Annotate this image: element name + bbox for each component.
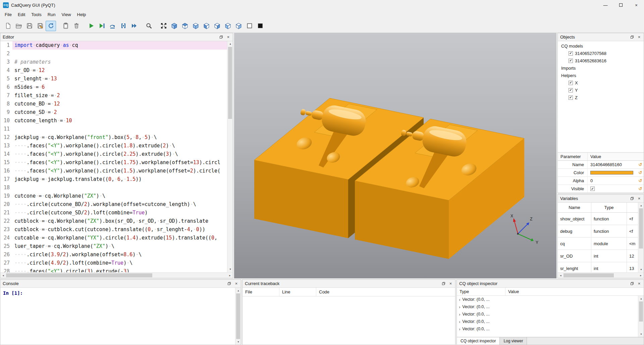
wireframe-button[interactable]	[244, 21, 255, 31]
render-button[interactable]	[86, 21, 96, 31]
code-line-15[interactable]: ····.faces("<Y").workplane().circle(1.75…	[12, 158, 227, 167]
close-panel-button[interactable]: ×	[636, 196, 642, 201]
menu-view[interactable]: View	[59, 10, 74, 19]
reset-icon[interactable]: ↺	[637, 162, 644, 167]
maximize-button[interactable]	[613, 0, 629, 10]
view-top-button[interactable]	[180, 21, 190, 31]
tree-item-imports[interactable]: Imports	[558, 64, 644, 72]
scroll-up-arrow[interactable]: ▲	[638, 296, 644, 301]
code-line-18[interactable]	[12, 184, 227, 192]
tree-item-3140652707568[interactable]: ✓3140652707568	[558, 50, 644, 57]
scroll-down-arrow[interactable]: ▼	[227, 267, 233, 272]
checkbox[interactable]: ✓	[569, 81, 573, 85]
scrollbar-thumb[interactable]	[228, 47, 232, 119]
code-line-7[interactable]: fillet_size·=·2	[12, 91, 227, 100]
float-panel-button[interactable]	[629, 196, 635, 201]
expand-chevron-icon[interactable]: ›	[459, 327, 460, 332]
tree-item-helpers[interactable]: Helpers	[558, 72, 644, 79]
scroll-right-arrow[interactable]: ►	[638, 273, 644, 278]
menu-run[interactable]: Run	[45, 10, 59, 19]
code-line-14[interactable]: ····.faces("<Y").workplane().circle(2.25…	[12, 150, 227, 158]
checkbox[interactable]: ✓	[569, 51, 573, 56]
checkbox[interactable]: ✓	[569, 95, 573, 100]
delete-button[interactable]	[71, 21, 82, 31]
step-button[interactable]	[107, 21, 118, 31]
scrollbar-thumb[interactable]	[639, 301, 643, 322]
inspector-row[interactable]: ›Vector: (0.0, ...	[457, 310, 638, 318]
code-line-6[interactable]: nSides·=·6	[12, 83, 227, 91]
scrollbar-track[interactable]	[638, 208, 644, 267]
code-line-26[interactable]: ····.circle(3.9/2).workplane(offset=8.6)…	[12, 251, 227, 259]
float-panel-button[interactable]	[441, 281, 446, 286]
checkbox[interactable]: ✓	[590, 187, 595, 191]
checkbox[interactable]: ✓	[569, 59, 573, 63]
variable-row-sr_lenght[interactable]: sr_lenghtint13	[558, 262, 638, 272]
view-right-button[interactable]	[233, 21, 244, 31]
scroll-right-arrow[interactable]: ►	[227, 273, 233, 278]
tree-item-y[interactable]: ✓Y	[558, 86, 644, 94]
code-line-16[interactable]: ····.faces("<Y").workplane().circle(1.5)…	[12, 167, 227, 175]
editor-horizontal-scrollbar[interactable]: ◄ ►	[0, 272, 233, 278]
open-file-button[interactable]	[13, 21, 24, 31]
code-line-1[interactable]: import·cadquery·as·cq	[12, 41, 227, 50]
scrollbar-track[interactable]	[235, 293, 241, 339]
tree-item-cq-models[interactable]: CQ models	[558, 42, 644, 50]
code-line-4[interactable]: sr_OD·=·12	[12, 66, 227, 75]
code-line-20[interactable]: ····.circle(cutcone_BD/2).workplane(offs…	[12, 200, 227, 209]
shaded-button[interactable]	[255, 21, 265, 31]
tree-item-3140652683616[interactable]: ✓3140652683616	[558, 57, 644, 64]
code-line-28[interactable]: ····.faces("<Y").circle(3).extrude(-3)	[12, 267, 227, 272]
code-line-23[interactable]: cutblock·=·cutblock.cut(cutcone).transla…	[12, 225, 227, 234]
minimize-button[interactable]: —	[598, 0, 613, 10]
fit-all-button[interactable]	[158, 21, 169, 31]
menu-tools[interactable]: Tools	[28, 10, 44, 19]
paste-button[interactable]	[60, 21, 71, 31]
console-vertical-scrollbar[interactable]: ▲ ▼	[235, 288, 241, 345]
scroll-up-arrow[interactable]: ▲	[227, 41, 233, 47]
scrollbar-thumb[interactable]	[639, 208, 643, 249]
code-line-17[interactable]: jackplug·=·jackplug.translate((0,·6,·1.5…	[12, 175, 227, 184]
view-iso-button[interactable]	[169, 21, 179, 31]
code-line-8[interactable]: cutcone_BD·=·12	[12, 100, 227, 108]
scrollbar-track[interactable]	[227, 47, 233, 267]
scroll-left-arrow[interactable]: ◄	[558, 273, 564, 278]
tab-log-viewer[interactable]: Log viewer	[500, 337, 527, 345]
scrollbar-thumb[interactable]	[236, 293, 240, 339]
code-line-12[interactable]: jackplug·=·cq.Workplane("front").box(5,·…	[12, 133, 227, 142]
color-swatch[interactable]	[590, 171, 633, 175]
float-panel-button[interactable]	[218, 34, 224, 40]
code-line-25[interactable]: luer_taper·=·cq.Workplane("ZX")·\	[12, 242, 227, 251]
inspector-row[interactable]: ›Vector: (0.0, ...	[457, 318, 638, 325]
save-as-button[interactable]	[35, 21, 45, 31]
scrollbar-track[interactable]	[564, 273, 638, 278]
step-in-button[interactable]	[118, 21, 128, 31]
variables-horizontal-scrollbar[interactable]: ◄ ►	[558, 272, 644, 278]
inspector-row[interactable]: ›Vector: (0.0, ...	[457, 303, 638, 310]
scroll-up-arrow[interactable]: ▲	[235, 288, 241, 293]
close-panel-button[interactable]: ×	[225, 34, 231, 40]
expand-chevron-icon[interactable]: ›	[459, 304, 460, 309]
close-panel-button[interactable]: ×	[636, 281, 642, 286]
view-left-button[interactable]	[223, 21, 233, 31]
tab-cq-object-inspector[interactable]: CQ object inspector	[457, 337, 500, 345]
float-panel-button[interactable]	[629, 281, 635, 286]
scrollbar-track[interactable]	[638, 301, 644, 331]
editor-vertical-scrollbar[interactable]: ▲ ▼	[227, 41, 233, 272]
code-line-13[interactable]: ····.faces("<Y").workplane().circle(1.8)…	[12, 142, 227, 150]
scroll-up-arrow[interactable]: ▲	[638, 203, 644, 208]
code-line-10[interactable]: cutcone_length·=·10	[12, 117, 227, 125]
menu-edit[interactable]: Edit	[15, 10, 28, 19]
scroll-down-arrow[interactable]: ▼	[638, 331, 644, 337]
view-back-button[interactable]	[212, 21, 222, 31]
reset-icon[interactable]: ↺	[637, 178, 644, 183]
variable-row-sr_OD[interactable]: sr_ODint12	[558, 250, 638, 262]
autoreload-button[interactable]	[46, 21, 56, 31]
float-panel-button[interactable]	[226, 281, 232, 286]
variable-row-debug[interactable]: debugfunction<f	[558, 225, 638, 237]
code-area[interactable]: import·cadquery·as·cq# parameterssr_OD·=…	[12, 41, 227, 272]
code-line-3[interactable]: # parameters	[12, 58, 227, 66]
code-line-2[interactable]	[12, 50, 227, 58]
code-line-24[interactable]: cutcable·=·cq.Workplane("YX").circle(1.4…	[12, 234, 227, 242]
view-bottom-button[interactable]	[191, 21, 201, 31]
tree-item-z[interactable]: ✓Z	[558, 94, 644, 101]
